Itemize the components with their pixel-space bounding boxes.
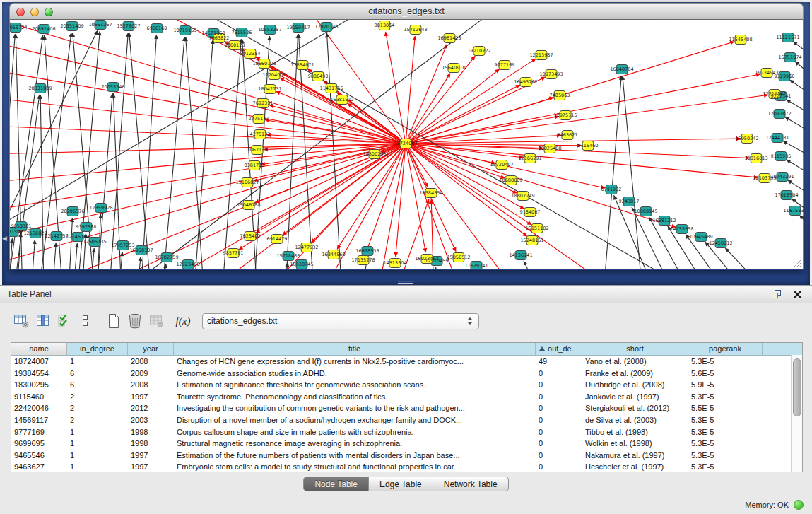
cell-year[interactable]: 1997 (128, 461, 174, 472)
cell-out-de[interactable]: 0 (536, 368, 582, 380)
table-row[interactable]: 911546021997Tourette syndrome. Phenomeno… (11, 391, 802, 403)
cell-name[interactable]: 22420046 (11, 402, 67, 414)
resize-grip-icon[interactable] (792, 257, 801, 267)
cell-short[interactable]: Stergiakouli et al. (2012) (582, 402, 688, 414)
cell-pagerank[interactable]: 5.5E-5 (688, 402, 763, 414)
cell-in-degree[interactable]: 1 (67, 461, 128, 472)
cell-title[interactable]: Estimation of significance thresholds fo… (174, 379, 536, 391)
cell-out-de[interactable]: 0 (536, 461, 582, 472)
cell-year[interactable]: 2008 (128, 379, 174, 391)
scrollbar-thumb[interactable] (793, 358, 801, 416)
table-row[interactable]: 1830029562008Estimation of significance … (11, 379, 802, 391)
cell-pagerank[interactable]: 5.3E-5 (688, 356, 763, 368)
network-graph[interactable]: 1405572420891406205314091065326715276027… (10, 20, 804, 269)
cell-out-de[interactable]: 0 (536, 402, 582, 414)
table-select-dropdown[interactable]: citations_edges.txt (202, 313, 479, 329)
column-visibility-button[interactable] (33, 311, 54, 331)
table-scrollbar[interactable] (791, 355, 802, 472)
cell-name[interactable]: 9699695 (11, 438, 67, 450)
cell-name[interactable]: 19384554 (11, 368, 67, 380)
table-row[interactable]: 1456911722003Disruption of a novel membe… (11, 414, 802, 426)
delete-column-button[interactable] (124, 311, 146, 331)
cell-year[interactable]: 1998 (128, 426, 174, 438)
cell-short[interactable]: Nakamura et al. (1997) (582, 450, 688, 462)
cell-pagerank[interactable]: 5.3E-5 (688, 426, 763, 438)
cell-title[interactable]: Estimation of the future numbers of pati… (174, 450, 536, 462)
minimize-button[interactable] (30, 8, 39, 16)
cell-title[interactable]: Structural magnetic resonance image aver… (174, 438, 536, 450)
cell-short[interactable]: Hescheler et al. (1997) (582, 461, 688, 472)
tab-node-table[interactable]: Node Table (303, 477, 369, 491)
cell-in-degree[interactable]: 2 (67, 402, 128, 414)
collapse-panel-arrow[interactable]: ◀ (2, 235, 7, 242)
create-column-button[interactable] (103, 311, 124, 331)
window-titlebar[interactable]: citations_edges.txt (9, 3, 804, 20)
cell-short[interactable]: Wolkin et al. (1998) (582, 438, 688, 450)
cell-name[interactable]: 9115460 (11, 391, 67, 403)
cell-out-de[interactable]: 0 (536, 450, 582, 462)
cell-pagerank[interactable]: 5.3E-5 (688, 450, 763, 462)
function-builder-button[interactable]: f(x) (172, 311, 194, 331)
cell-title[interactable]: Disruption of a novel member of a sodium… (174, 414, 536, 426)
cell-year[interactable]: 1997 (128, 391, 174, 403)
table-row[interactable]: 969969511998Structural magnetic resonanc… (11, 438, 802, 450)
column-header-title[interactable]: title (174, 343, 536, 355)
cell-out-de[interactable]: 0 (536, 379, 582, 391)
table-row[interactable]: 1872400712008Changes of HCN gene express… (11, 356, 802, 368)
column-header-year[interactable]: year (128, 343, 174, 355)
cell-title[interactable]: Tourette syndrome. Phenomenology and cla… (174, 391, 536, 403)
column-header-short[interactable]: short (582, 343, 688, 355)
cell-in-degree[interactable]: 6 (67, 379, 128, 391)
column-header-pagerank[interactable]: pagerank (688, 343, 763, 355)
cell-pagerank[interactable]: 5.9E-5 (688, 379, 763, 391)
cell-year[interactable]: 1997 (128, 450, 174, 462)
cell-out-de[interactable]: 0 (536, 438, 582, 450)
cell-in-degree[interactable]: 1 (67, 438, 128, 450)
select-all-rows-button[interactable] (54, 311, 75, 331)
cell-title[interactable]: Embryonic stem cells: a model to study s… (174, 461, 536, 472)
cell-in-degree[interactable]: 6 (67, 368, 128, 380)
table-row[interactable]: 977716911998Corpus callosum shape and si… (11, 426, 802, 438)
cell-short[interactable]: de Silva et al. (2003) (582, 414, 688, 426)
cell-pagerank[interactable]: 5.3E-5 (688, 438, 763, 450)
cell-short[interactable]: Dudbridge et al. (2008) (582, 379, 688, 391)
table-row[interactable]: 946554611997Estimation of the future num… (11, 450, 802, 462)
cell-title[interactable]: Genome-wide association studies in ADHD. (174, 368, 536, 380)
delete-table-button[interactable] (146, 311, 167, 331)
column-header-in-degree[interactable]: in_degree (67, 343, 128, 355)
cell-title[interactable]: Changes of HCN gene expression and I(f) … (174, 356, 536, 368)
cell-out-de[interactable]: 49 (536, 356, 582, 368)
deselect-all-rows-button[interactable] (75, 311, 96, 331)
cell-name[interactable]: 9463627 (11, 461, 67, 472)
cell-short[interactable]: Tibbo et al. (1998) (582, 426, 688, 438)
cell-year[interactable]: 1998 (128, 438, 174, 450)
zoom-button[interactable] (45, 8, 53, 16)
cell-name[interactable]: 18300295 (11, 379, 67, 391)
cell-short[interactable]: Franke et al. (2009) (582, 368, 688, 380)
cell-in-degree[interactable]: 2 (67, 391, 128, 403)
cell-pagerank[interactable]: 5.3E-5 (688, 461, 763, 472)
tab-network-table[interactable]: Network Table (433, 477, 509, 491)
table-row[interactable]: 1938455462009Genome-wide association stu… (11, 368, 802, 380)
cell-year[interactable]: 2008 (128, 356, 174, 368)
cell-in-degree[interactable]: 2 (67, 414, 128, 426)
cell-in-degree[interactable]: 1 (67, 356, 128, 368)
network-canvas[interactable]: 1405572420891406205314091065326715276027… (9, 20, 804, 269)
panel-splitter-handle[interactable] (398, 279, 413, 284)
column-header-name[interactable]: name (11, 343, 67, 355)
cell-pagerank[interactable]: 5.3E-5 (688, 414, 763, 426)
cell-year[interactable]: 2003 (128, 414, 174, 426)
cell-pagerank[interactable]: 5.6E-5 (688, 368, 763, 380)
cell-short[interactable]: Yano et al. (2008) (582, 356, 688, 368)
cell-name[interactable]: 18724007 (11, 356, 67, 368)
close-panel-icon[interactable] (793, 290, 802, 299)
tab-edge-table[interactable]: Edge Table (369, 477, 433, 491)
cell-name[interactable]: 14569117 (11, 414, 67, 426)
cell-title[interactable]: Investigating the contribution of common… (174, 402, 536, 414)
cell-name[interactable]: 9777169 (11, 426, 67, 438)
cell-title[interactable]: Corpus callosum shape and size in male p… (174, 426, 536, 438)
table-row[interactable]: 2242004622012Investigating the contribut… (11, 402, 802, 414)
cell-year[interactable]: 2012 (128, 402, 174, 414)
cell-in-degree[interactable]: 1 (67, 450, 128, 462)
cell-short[interactable]: Jankovic et al. (1997) (582, 391, 688, 403)
